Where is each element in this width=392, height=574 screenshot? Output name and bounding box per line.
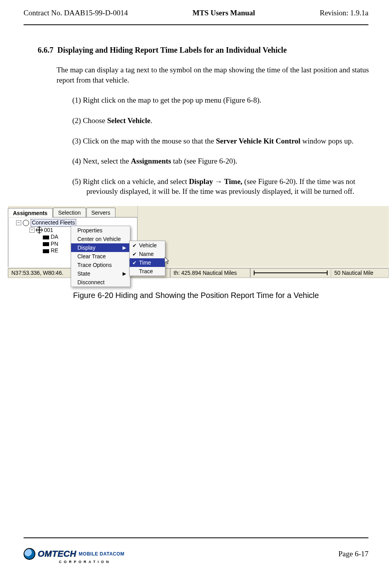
step-5-time: Time,: [222, 177, 242, 186]
crosshair-icon: [36, 227, 42, 233]
figure-caption: Figure 6-20 Hiding and Showing the Posit…: [0, 291, 392, 300]
truck-icon: [43, 235, 49, 239]
menu-center[interactable]: Center on Vehicle: [71, 235, 130, 243]
logo-subtext: CORPORATION: [59, 560, 141, 564]
status-bar: N37:53.336, W80:46. th: 425.894 Nautical…: [8, 267, 389, 278]
logo-division: MOBILE DATACOM: [79, 551, 125, 557]
menu-trace-options[interactable]: Trace Options: [71, 261, 130, 269]
step-2-text: (2) Choose: [72, 116, 107, 125]
step-3-tail: window pops up.: [300, 137, 354, 145]
step-1: (1) Right click on the map to get the po…: [72, 95, 385, 105]
status-scale-label: 50 Nautical Mile: [331, 268, 389, 278]
tab-servers[interactable]: Servers: [86, 208, 115, 217]
step-3: (3) Click on the map with the mouse so t…: [72, 136, 385, 146]
step-5-display: Display: [189, 177, 215, 186]
menu-disconnect[interactable]: Disconnect: [71, 278, 130, 287]
status-coords: N37:53.336, W80:46.: [8, 268, 81, 278]
submenu-vehicle[interactable]: ✔Vehicle: [130, 241, 165, 250]
header-contract: Contract No. DAAB15-99-D-0014: [24, 9, 128, 17]
submenu-time-label: Time: [139, 259, 151, 266]
submenu-vehicle-label: Vehicle: [139, 242, 157, 248]
submenu-name[interactable]: ✔Name: [130, 250, 165, 258]
step-3-bold: Server Vehicle Kit Control: [216, 137, 300, 145]
page: Contract No. DAAB15-99-D-0014 MTS Users …: [0, 0, 392, 574]
status-scale: [250, 268, 331, 278]
header-title: MTS Users Manual: [192, 9, 255, 17]
submenu-name-label: Name: [139, 251, 154, 257]
footer-rule: [24, 537, 368, 538]
scale-bar-icon: [254, 271, 328, 274]
tree-fleet-label: 001: [44, 227, 53, 234]
page-number: Page 6-17: [338, 550, 368, 558]
header-rule: [24, 24, 368, 25]
step-3-text: (3) Click on the map with the mouse so t…: [72, 137, 216, 145]
tab-strip: Assignments Selection Servers: [8, 206, 138, 217]
submenu-trace[interactable]: Trace: [130, 267, 165, 276]
tab-selection[interactable]: Selection: [53, 208, 86, 217]
tree-vehicle-2-label: PN: [51, 241, 58, 248]
menu-state-label: State: [77, 270, 90, 277]
tab-assignments[interactable]: Assignments: [8, 208, 53, 217]
section-number: 6.6.7: [38, 46, 53, 54]
step-4-bold: Assignments: [131, 157, 171, 165]
figure-6-20: Assignments Selection Servers − Connecte…: [0, 206, 392, 300]
step-2-tail: .: [150, 116, 152, 125]
menu-center-label: Center on Vehicle: [77, 236, 121, 242]
status-width: th: 425.894 Nautical Miles: [170, 268, 250, 278]
submenu-arrow-icon: ▶: [123, 271, 126, 276]
header-revision: Revision: 1.9.1a: [320, 9, 368, 17]
step-4-tail: tab (see Figure 6-20).: [171, 157, 237, 165]
check-icon: ✔: [132, 251, 137, 257]
menu-display-label: Display: [77, 245, 95, 251]
logo-globe-icon: [24, 548, 35, 560]
section-heading: 6.6.7 Displaying and Hiding Report Time …: [38, 46, 368, 55]
globe-icon: [23, 220, 29, 226]
menu-properties-label: Properties: [77, 227, 103, 234]
step-5-text: (5) Right click on a vehicle, and select: [72, 177, 189, 186]
section-title: Displaying and Hiding Report Time Labels…: [57, 46, 287, 54]
intro-paragraph: The map can display a tag next to the sy…: [57, 65, 371, 85]
step-2: (2) Choose Select Vehicle.: [72, 116, 385, 126]
menu-disconnect-label: Disconnect: [77, 279, 104, 285]
collapse-icon[interactable]: −: [16, 220, 21, 225]
display-submenu: ✔Vehicle ✔Name ✔Time Trace: [129, 241, 165, 276]
menu-state[interactable]: State▶: [71, 269, 130, 278]
truck-icon: [43, 242, 49, 246]
submenu-trace-label: Trace: [139, 268, 153, 274]
menu-trace-opts-label: Trace Options: [77, 262, 112, 268]
menu-properties[interactable]: Properties: [71, 226, 130, 235]
tree-vehicle-3-label: RE: [51, 247, 58, 254]
step-4: (4) Next, select the Assignments tab (se…: [72, 156, 385, 166]
submenu-arrow-icon: ▶: [123, 245, 126, 250]
tree-root-label: Connected Fleets: [31, 219, 76, 227]
context-menu: Properties Center on Vehicle Display▶ Cl…: [71, 226, 130, 287]
step-5: (5) Right click on a vehicle, and select…: [72, 177, 385, 197]
logo-company-name: OMTECH: [38, 549, 76, 559]
footer-logo: OMTECH MOBILE DATACOM CORPORATION: [24, 548, 141, 564]
menu-clear-trace[interactable]: Clear Trace: [71, 252, 130, 261]
page-header: Contract No. DAAB15-99-D-0014 MTS Users …: [24, 0, 368, 17]
tree-vehicle-1-label: DA: [51, 234, 58, 241]
screenshot: Assignments Selection Servers − Connecte…: [8, 206, 389, 285]
mouse-cursor-icon: [165, 257, 170, 264]
submenu-time[interactable]: ✔Time: [130, 258, 165, 267]
step-5-arrow: →: [215, 177, 222, 186]
step-2-bold: Select Vehicle: [107, 116, 150, 125]
collapse-icon[interactable]: −: [29, 228, 35, 233]
check-icon: ✔: [132, 260, 137, 266]
step-4-text: (4) Next, select the: [72, 157, 131, 165]
truck-icon: [43, 249, 49, 253]
screenshot-background: [137, 206, 389, 267]
menu-clear-label: Clear Trace: [77, 253, 106, 259]
menu-display[interactable]: Display▶: [71, 243, 130, 252]
check-icon: ✔: [132, 243, 137, 248]
